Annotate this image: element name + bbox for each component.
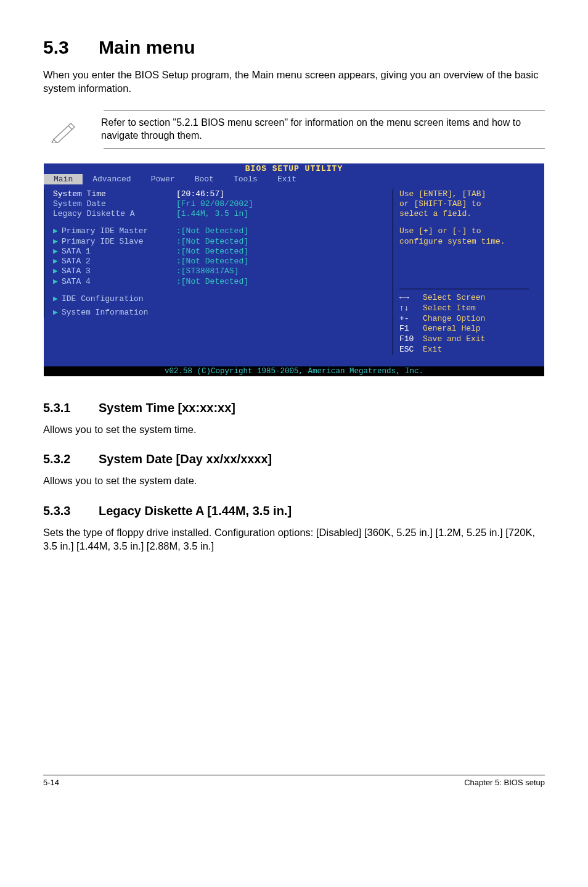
bios-value: :[ST380817AS] (176, 266, 239, 276)
bios-help-separator (399, 289, 529, 289)
heading-number: 5.3 (43, 37, 99, 58)
section-heading: 5.3.3Legacy Diskette A [1.44M, 3.5 in.] (43, 504, 545, 518)
note-separator-bottom (104, 148, 545, 149)
bios-key-desc: Select Screen (423, 293, 485, 302)
bios-key: ←→ (399, 293, 423, 303)
bios-key-desc: Select Item (423, 303, 476, 313)
section-number: 5.3.1 (43, 401, 99, 415)
submenu-arrow-icon: ▶ (53, 294, 62, 304)
section-heading: 5.3.1System Time [xx:xx:xx] (43, 401, 545, 415)
submenu-arrow-icon: ▶ (53, 226, 62, 236)
submenu-arrow-icon: ▶ (53, 247, 62, 257)
bios-key-desc: General Help (423, 324, 481, 333)
note-block: Refer to section "5.2.1 BIOS menu screen… (43, 116, 545, 143)
section-number: 5.3.3 (43, 504, 99, 518)
bios-value: :[Not Detected] (176, 247, 248, 257)
bios-help-keys: ←→Select Screen ↑↓Select Item +-Change O… (399, 293, 539, 355)
section-body: Allows you to set the system date. (43, 474, 545, 487)
section-body: Allows you to set the system time. (43, 423, 545, 436)
heading-title: Main menu (99, 37, 195, 57)
bios-value: [Fri 02/08/2002] (176, 199, 253, 209)
bios-help-line: or [SHIFT-TAB] to (399, 199, 539, 209)
bios-help-text: Use [ENTER], [TAB] or [SHIFT-TAB] to sel… (399, 189, 539, 247)
bios-key-desc: Exit (423, 345, 442, 354)
bios-label: System Date (53, 199, 176, 209)
bios-label: SATA 2 (62, 257, 91, 266)
bios-row-sata-4[interactable]: ▶SATA 4 :[Not Detected] (53, 277, 383, 287)
bios-label: System Time (53, 189, 176, 199)
submenu-arrow-icon: ▶ (53, 308, 62, 318)
bios-value: :[Not Detected] (176, 277, 248, 287)
section-title: Legacy Diskette A [1.44M, 3.5 in.] (99, 504, 292, 518)
bios-tab-exit[interactable]: Exit (267, 174, 306, 184)
bios-label: Primary IDE Master (62, 226, 148, 236)
bios-key-desc: Change Option (423, 314, 485, 323)
bios-row-ide-configuration[interactable]: ▶IDE Configuration (53, 294, 383, 304)
bios-value: :[Not Detected] (176, 237, 248, 247)
bios-key: +- (399, 314, 423, 324)
page-footer: 5-14 Chapter 5: BIOS setup (43, 775, 545, 787)
section-heading: 5.3.2System Date [Day xx/xx/xxxx] (43, 452, 545, 466)
bios-menubar: Main Advanced Power Boot Tools Exit (44, 174, 544, 184)
bios-label: SATA 4 (62, 277, 91, 286)
bios-key: F1 (399, 324, 423, 334)
bios-row-sata-3[interactable]: ▶SATA 3 :[ST380817AS] (53, 266, 383, 276)
bios-label: System Information (62, 308, 148, 317)
bios-value: [20:46:57] (176, 189, 224, 199)
bios-label: Primary IDE Slave (62, 237, 144, 246)
pencil-icon (43, 116, 86, 143)
section-title: System Time [xx:xx:xx] (99, 401, 235, 415)
bios-screenshot: BIOS SETUP UTILITY Main Advanced Power B… (44, 163, 544, 377)
bios-row-primary-ide-slave[interactable]: ▶Primary IDE Slave :[Not Detected] (53, 237, 383, 247)
page-number: 5-14 (43, 778, 59, 787)
bios-value: [1.44M, 3.5 in] (176, 209, 248, 219)
bios-row-system-information[interactable]: ▶System Information (53, 308, 383, 318)
bios-value: :[Not Detected] (176, 257, 248, 266)
bios-row-primary-ide-master[interactable]: ▶Primary IDE Master :[Not Detected] (53, 226, 383, 236)
bios-key: F10 (399, 334, 423, 345)
bios-key: ESC (399, 345, 423, 355)
bios-tab-boot[interactable]: Boot (185, 174, 224, 184)
bios-label: IDE Configuration (62, 294, 144, 303)
bios-row-system-date[interactable]: System Date [Fri 02/08/2002] (53, 199, 383, 209)
bios-row-sata-1[interactable]: ▶SATA 1 :[Not Detected] (53, 247, 383, 257)
intro-paragraph: When you enter the BIOS Setup program, t… (43, 68, 545, 96)
section-body: Sets the type of floppy drive installed.… (43, 526, 545, 553)
bios-footer: v02.58 (C)Copyright 1985-2005, American … (44, 366, 544, 376)
bios-title: BIOS SETUP UTILITY (44, 163, 544, 174)
bios-tab-advanced[interactable]: Advanced (83, 174, 141, 184)
bios-label: Legacy Diskette A (53, 209, 176, 219)
submenu-arrow-icon: ▶ (53, 237, 62, 247)
submenu-arrow-icon: ▶ (53, 257, 62, 266)
bios-tab-tools[interactable]: Tools (224, 174, 267, 184)
bios-tab-power[interactable]: Power (141, 174, 185, 184)
submenu-arrow-icon: ▶ (53, 277, 62, 287)
bios-row-system-time[interactable]: System Time [20:46:57] (53, 189, 383, 199)
bios-help-line: Use [ENTER], [TAB] (399, 189, 539, 199)
page-heading: 5.3Main menu (43, 37, 545, 58)
bios-label: SATA 3 (62, 266, 91, 276)
chapter-label: Chapter 5: BIOS setup (464, 778, 545, 787)
bios-help-line: Use [+] or [-] to (399, 226, 539, 236)
bios-key: ↑↓ (399, 303, 423, 314)
section-number: 5.3.2 (43, 452, 99, 466)
note-text: Refer to section "5.2.1 BIOS menu screen… (101, 116, 545, 142)
section-title: System Date [Day xx/xx/xxxx] (99, 452, 272, 466)
bios-help-line: configure system time. (399, 237, 539, 247)
note-separator-top (104, 110, 545, 111)
bios-label: SATA 1 (62, 247, 91, 256)
bios-tab-main[interactable]: Main (44, 174, 83, 184)
bios-help-line: select a field. (399, 209, 539, 219)
submenu-arrow-icon: ▶ (53, 266, 62, 276)
bios-row-legacy-diskette[interactable]: Legacy Diskette A [1.44M, 3.5 in] (53, 209, 383, 219)
bios-row-sata-2[interactable]: ▶SATA 2 :[Not Detected] (53, 257, 383, 266)
bios-key-desc: Save and Exit (423, 334, 485, 344)
bios-value: :[Not Detected] (176, 226, 248, 236)
